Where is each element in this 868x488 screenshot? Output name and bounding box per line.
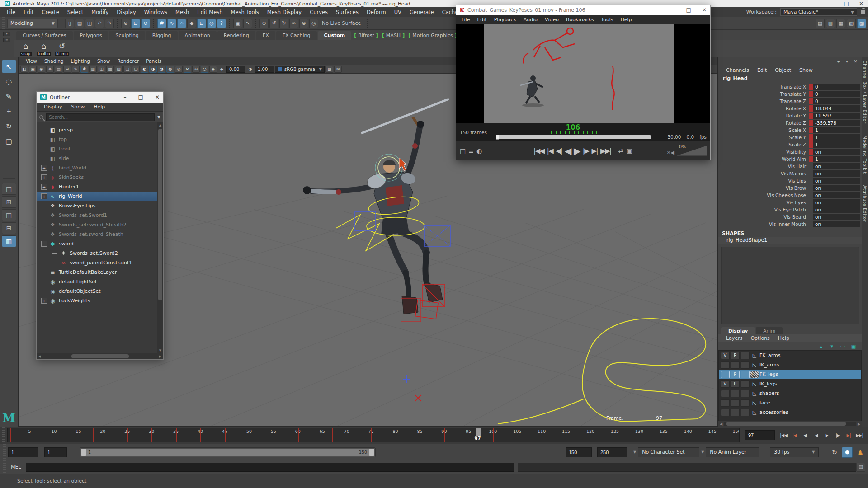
- select-by-hierarchy-icon[interactable]: ⊚: [121, 19, 130, 28]
- layer-name[interactable]: FK_arms: [760, 352, 781, 358]
- close-button[interactable]: ✕: [155, 94, 160, 100]
- player-transport-button[interactable]: |◀◀: [533, 147, 544, 155]
- outliner-item[interactable]: + ◉ LockWeights: [37, 296, 157, 305]
- outliner-item-label[interactable]: LockWeights: [59, 298, 90, 304]
- frames-panel-icon[interactable]: ▤: [460, 147, 466, 155]
- wireframe-on-shaded-icon[interactable]: ◑: [149, 66, 157, 73]
- channel-value-field[interactable]: 18.044: [813, 105, 860, 112]
- input-connections-icon[interactable]: ⊙: [259, 19, 269, 28]
- player-transport-button[interactable]: ▶▶|: [600, 147, 611, 155]
- sidebar-vertical-tab[interactable]: Modeling Toolkit: [863, 136, 868, 174]
- accessories-control-curve[interactable]: [498, 319, 706, 424]
- expander-icon[interactable]: +: [41, 165, 47, 171]
- animation-start-field[interactable]: [8, 447, 38, 457]
- workspace-lock-icon[interactable]: [861, 10, 865, 14]
- empty-layer-icon[interactable]: ▭: [839, 343, 846, 349]
- layer-playback-toggle[interactable]: P: [731, 380, 740, 388]
- outliner-item[interactable]: ◉ defaultLightSet: [37, 277, 157, 286]
- snap-to-projected-center-icon[interactable]: ◆: [187, 19, 196, 28]
- player-loop-button[interactable]: ⇄: [618, 147, 623, 154]
- playback-button[interactable]: ▶: [822, 430, 832, 441]
- outliner-item[interactable]: ◧ top: [37, 135, 157, 144]
- playback-range-bar[interactable]: 1 150: [80, 447, 376, 457]
- drag-handle[interactable]: [3, 444, 6, 460]
- channel-value-field[interactable]: 1: [813, 141, 860, 148]
- shelf-tab[interactable]: Rendering: [217, 31, 255, 40]
- close-button[interactable]: ✕: [702, 7, 707, 13]
- color-palette-icon[interactable]: ◐: [476, 147, 482, 155]
- paint-select-tool-icon[interactable]: ✎: [2, 89, 16, 103]
- sidebar-vertical-tab[interactable]: Channel Box / Layer Editor: [863, 61, 868, 124]
- channel-value-field[interactable]: on: [813, 214, 860, 220]
- select-camera-icon[interactable]: ◧: [20, 66, 28, 73]
- shelf-tab[interactable]: Rigging: [146, 31, 178, 40]
- channel-row[interactable]: Rotate Y 11.597: [718, 112, 862, 119]
- safe-action-icon[interactable]: □: [123, 66, 131, 73]
- layer-name[interactable]: FK_legs: [760, 371, 778, 377]
- layer-menu-item[interactable]: Layers: [722, 335, 746, 341]
- chevron-down-icon[interactable]: ▼: [633, 450, 636, 454]
- channel-value-field[interactable]: 1: [813, 127, 860, 133]
- open-scene-icon[interactable]: ▤: [75, 19, 84, 28]
- construction-history-icon[interactable]: ↻: [279, 19, 288, 28]
- layer-playback-toggle[interactable]: [731, 399, 740, 407]
- color-space-select[interactable]: sRGB gamma ▼: [275, 66, 325, 73]
- drag-handle[interactable]: [3, 460, 6, 474]
- layer-visibility-toggle[interactable]: [721, 371, 730, 378]
- drag-handle[interactable]: [2, 17, 5, 29]
- outliner-titlebar[interactable]: M Outliner – □ ✕: [37, 92, 163, 103]
- expander-icon[interactable]: [41, 222, 47, 228]
- layer-display-type-toggle[interactable]: [741, 390, 750, 397]
- fill-mode-icon[interactable]: ◐: [141, 66, 148, 73]
- menu-item[interactable]: Mesh: [171, 9, 193, 15]
- two-pane-side-layout-icon[interactable]: ◫: [2, 209, 16, 221]
- scroll-left-icon[interactable]: ◀: [718, 422, 724, 426]
- command-language-label[interactable]: MEL: [11, 464, 21, 470]
- screen-space-ao-icon[interactable]: ⊙: [184, 66, 191, 73]
- channel-value-field[interactable]: on: [813, 170, 860, 177]
- expander-icon[interactable]: [41, 212, 47, 218]
- two-pane-stacked-layout-icon[interactable]: ⊟: [2, 222, 16, 234]
- film-gate-icon[interactable]: ▥: [89, 66, 97, 73]
- lock-camera-icon[interactable]: ▣: [29, 66, 37, 73]
- undo-icon[interactable]: ↶: [95, 19, 104, 28]
- motion-blur-icon[interactable]: ⊚: [192, 66, 200, 73]
- menu-item[interactable]: Create: [38, 9, 63, 15]
- keyframe-tick[interactable]: [493, 428, 494, 442]
- layer-name[interactable]: accessories: [760, 409, 788, 415]
- expander-icon[interactable]: −: [41, 241, 47, 247]
- outliner-item[interactable]: ◧ front: [37, 144, 157, 154]
- time-slider-track[interactable]: 5101520253035404550556065707580859095100…: [7, 428, 740, 442]
- player-menu-item[interactable]: File: [458, 17, 473, 23]
- keyframe-tick[interactable]: [332, 428, 333, 442]
- player-menu-item[interactable]: Video: [541, 17, 562, 23]
- channel-value-field[interactable]: 0: [813, 84, 860, 90]
- channel-value-field[interactable]: on: [813, 221, 860, 227]
- x-ray-icon[interactable]: ⊠: [334, 66, 342, 73]
- use-all-lights-icon[interactable]: ◍: [166, 66, 174, 73]
- menu-item[interactable]: Windows: [140, 9, 171, 15]
- scale-tool-icon[interactable]: ▢: [2, 134, 16, 148]
- close-button[interactable]: ✕: [859, 0, 863, 7]
- gate-mask-icon[interactable]: ▦: [106, 66, 114, 73]
- snap-to-curve-icon[interactable]: ∿: [167, 19, 176, 28]
- scroll-down-icon[interactable]: ▼: [159, 348, 161, 353]
- outliner-item-label[interactable]: Swords_set:Sword2: [70, 250, 118, 256]
- playback-button[interactable]: ▶|: [844, 430, 854, 441]
- menu-item[interactable]: Generate: [406, 9, 438, 15]
- layer-visibility-toggle[interactable]: [721, 399, 730, 407]
- shelf-menu-icon[interactable]: ≡: [3, 38, 10, 42]
- outliner-item-label[interactable]: BrowsEyesLips: [59, 203, 95, 209]
- player-transport-button[interactable]: ▶|: [591, 147, 598, 155]
- channel-row[interactable]: Visibility on: [718, 148, 862, 155]
- expander-icon[interactable]: +: [41, 298, 47, 304]
- maximize-button[interactable]: □: [138, 94, 143, 100]
- humanik-toggle-icon[interactable]: ▥: [826, 19, 835, 28]
- shadows-icon[interactable]: ◎: [175, 66, 183, 73]
- layer-visibility-toggle[interactable]: V: [721, 352, 730, 359]
- save-scene-icon[interactable]: ◫: [85, 19, 94, 28]
- channel-row[interactable]: Rotate Z -359.378: [718, 119, 862, 127]
- keyframe-tick[interactable]: [298, 428, 299, 442]
- layer-name[interactable]: IK_legs: [760, 381, 777, 387]
- make-object-live-icon[interactable]: ◎: [207, 19, 216, 28]
